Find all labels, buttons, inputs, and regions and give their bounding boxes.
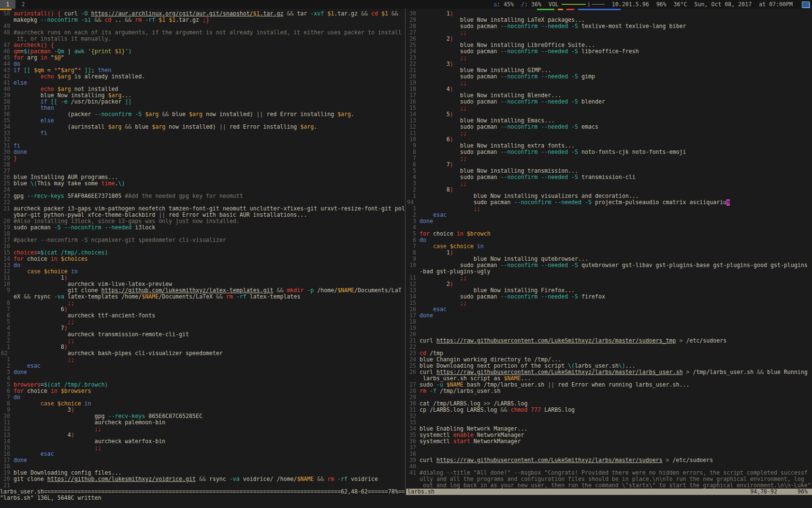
- code-text: for choice in $browch: [420, 231, 812, 237]
- line-number: 48: [0, 30, 14, 36]
- vim-window-separator[interactable]: [405, 9, 406, 489]
- i3-status-bar: 12 ⌂: 45%/: 36%VOL10.201.5.9696%36°CSun,…: [0, 0, 812, 9]
- code-row: 33 fi: [0, 130, 405, 136]
- code-row: 50aurinstall() { curl -O https://aur.arc…: [0, 11, 405, 17]
- code-row: 13 blue Now installing Firefox...: [406, 287, 812, 294]
- code-row: 4: [406, 224, 812, 231]
- code-row: 10 sudo pacman --noconfirm --needed -S q…: [406, 262, 812, 269]
- code-text: [14, 187, 405, 193]
- code-text: gpg --recv-keys 5FAF0A6EE7371805 #Add th…: [14, 193, 405, 199]
- code-row: 33: [406, 419, 812, 426]
- code-text: do: [14, 61, 405, 67]
- code-row: 29 blue Now installing LaTeX packages...: [406, 17, 812, 23]
- code-row: 24: [0, 187, 405, 193]
- status-blocks: ⌂: 45%/: 36%VOL10.201.5.9696%36°CSun, Oc…: [493, 1, 812, 8]
- code-text: case $choice in: [14, 269, 405, 275]
- code-text: gpg --recv-keys 865E6C87C65285EC: [14, 413, 405, 419]
- code-text: #dialog --title "All done!" --msgbox "Co…: [420, 470, 812, 476]
- code-row: 20git clone https://github.com/lukesmith…: [0, 476, 405, 482]
- code-row: 5 ;;: [0, 319, 405, 325]
- code-row: 17done: [406, 313, 812, 319]
- code-text: ;;: [420, 55, 812, 61]
- workspace-button-2[interactable]: 2: [15, 0, 31, 9]
- ip-address-block[interactable]: 10.201.5.96: [612, 1, 649, 8]
- code-row: 28 sudo pacman --noconfirm --needed -S t…: [406, 23, 812, 30]
- code-text: do: [14, 394, 405, 401]
- code-text: browsers=$(cat /tmp/.browch): [14, 382, 405, 388]
- date-block[interactable]: Sun, Oct 08, 2017: [695, 1, 752, 8]
- battery-block[interactable]: 96%: [656, 1, 667, 8]
- code-text: for choice in $choices: [14, 256, 405, 262]
- code-row: 42 echo $arg is already installed.: [0, 74, 405, 80]
- code-text: curl https://raw.githubusercontent.com/L…: [420, 338, 812, 344]
- code-text: aurinstall() { curl -O https://aur.archl…: [14, 11, 405, 17]
- code-text: sudo pacman -S --noconfirm --needed i3lo…: [14, 224, 405, 231]
- code-row: 94 sudo pacman --noconfirm --needed -S p…: [406, 199, 812, 206]
- volume-handle[interactable]: [589, 2, 589, 7]
- bar-indicator-dash: [537, 9, 554, 10]
- code-row: 28: [0, 162, 405, 168]
- code-text: ;;: [420, 130, 812, 136]
- code-text: -bad gst-plugins-ugly: [420, 269, 812, 275]
- time-block[interactable]: at 07:00PM: [759, 1, 793, 8]
- code-row: 25blue Downloading next portion of the s…: [406, 363, 812, 369]
- code-text: 2): [420, 281, 812, 287]
- code-row: it, or installs it manually.: [0, 36, 405, 42]
- code-text: fi: [14, 130, 405, 136]
- volume-track-bar: [592, 4, 605, 5]
- volume-slider-block[interactable]: VOL: [549, 1, 605, 8]
- code-text: blue Now installing visualizers and deco…: [420, 193, 812, 199]
- code-row: 6do: [406, 237, 812, 243]
- code-text: 1): [14, 275, 405, 281]
- code-row: 7 case $choice in: [406, 243, 812, 250]
- vim-pane-right[interactable]: 30 1)29 blue Now installing LaTeX packag…: [406, 11, 812, 489]
- code-text: sudo pacman --noconfirm --needed -S texl…: [420, 23, 812, 30]
- code-text: 2): [420, 36, 812, 42]
- code-row: 7 ;;: [406, 155, 812, 162]
- code-text: done: [420, 313, 812, 319]
- code-text: blue Now installing transmission...: [420, 168, 812, 174]
- code-text: #aurcheck runs on each of its arguments,…: [14, 30, 405, 36]
- workspace-button-1[interactable]: 1: [0, 0, 15, 9]
- code-text: ;;: [14, 319, 405, 325]
- code-row: 11 ;;: [406, 275, 812, 281]
- code-text: ;;: [420, 275, 812, 281]
- code-text: systemctl enable NetworkManager: [420, 432, 812, 438]
- code-text: 3): [14, 407, 405, 413]
- code-row: 3done: [0, 369, 405, 375]
- home-icon: ⌂: [493, 1, 497, 8]
- code-row: 13 4): [0, 432, 405, 438]
- code-text: rm -f /tmp/larbs_user.sh: [420, 388, 812, 394]
- code-text: [14, 199, 405, 206]
- code-row: 23cd /tmp: [406, 350, 812, 357]
- code-text: it, or installs it manually.: [14, 36, 405, 42]
- code-row: 37: [406, 445, 812, 451]
- code-row: 6 aurcheck ttf-ancient-fonts: [0, 313, 405, 319]
- code-text: aurcheck vim-live-latex-preview: [14, 281, 405, 287]
- code-text: 1): [420, 11, 812, 17]
- code-row: 27sudo -u $NAME bash /tmp/larbs_user.sh …: [406, 382, 812, 388]
- code-row: 12 sudo pacman --noconfirm --needed -S e…: [406, 124, 812, 130]
- code-text: sudo -u $NAME bash /tmp/larbs_user.sh ||…: [420, 382, 812, 388]
- code-text: [420, 451, 812, 457]
- temperature-block[interactable]: 36°C: [674, 1, 687, 8]
- root-partition-block[interactable]: /: 36%: [521, 1, 541, 8]
- code-text: 3): [420, 61, 812, 67]
- block-cursor: m: [726, 199, 730, 206]
- code-text: 7): [420, 162, 812, 168]
- code-row: 24 sudo pacman --noconfirm --needed -S l…: [406, 48, 812, 55]
- code-row: 31fi: [0, 143, 405, 149]
- code-row: 30cat /tmp/LARBS.log >> /LARBS.log: [406, 401, 812, 407]
- code-row: 35 else: [0, 118, 405, 124]
- home-partition-block[interactable]: ⌂: 45%: [493, 1, 514, 8]
- line-number: 26: [406, 369, 420, 375]
- code-row: 22: [406, 344, 812, 350]
- code-row: 47aurcheck() {: [0, 42, 405, 48]
- code-row: 9 blue Now installing extra fonts...: [406, 143, 812, 149]
- code-text: (packer --noconfirm -S $arg && blue $arg…: [14, 111, 405, 118]
- systray-display-icon[interactable]: [802, 1, 810, 8]
- vim-pane-left[interactable]: 50aurinstall() { curl -O https://aur.arc…: [0, 11, 405, 489]
- code-row: 5 blue Now installing transmission...: [406, 168, 812, 174]
- code-row: 30done: [0, 149, 405, 155]
- code-text: qm=$(pacman -Qm | awk '{print $1}'): [14, 48, 405, 55]
